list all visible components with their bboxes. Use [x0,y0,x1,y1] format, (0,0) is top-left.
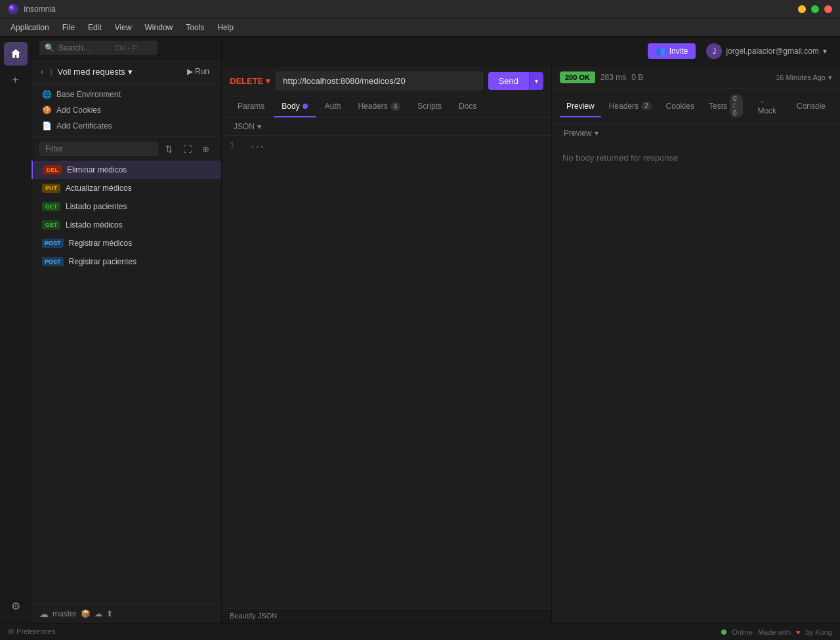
user-info[interactable]: J jorgel.palacior@gmail.com ▾ [701,41,832,62]
request-item-listado-pacientes[interactable]: GET Listado pacientes [32,197,221,216]
collapse-sidebar-button[interactable]: ‹ [39,65,45,78]
user-email: jorgel.palacior@gmail.com [726,47,819,56]
response-tab-headers[interactable]: Headers 2 [602,96,658,117]
preferences-button[interactable]: ⚙ Preferences [8,628,55,636]
maximize-button[interactable]: □ [811,5,819,13]
menu-view[interactable]: View [110,21,137,34]
response-timestamp[interactable]: 16 Minutes Ago ▾ [776,73,832,82]
main-area: + ⚙ 🔍 Ctrl + P ‹ | [0,37,840,623]
tab-body[interactable]: Body [274,96,315,117]
body-active-dot [303,104,308,109]
line-number-1: 1 [230,141,245,150]
tab-cookies-label: Cookies [666,102,694,111]
request-item-registrar-pacientes[interactable]: POST Registrar pacientes [32,252,221,271]
collection-title[interactable]: Voll med requests ▾ [58,67,178,77]
sidebar-layout: 🔍 Ctrl + P ‹ | Voll med requests ▾ ▶ Run… [32,37,840,623]
menu-tools[interactable]: Tools [180,21,209,34]
tab-response-headers-label: Headers [609,102,639,111]
send-button-group: Send ▾ [488,72,543,90]
collection-chevron-icon: ▾ [128,67,133,77]
cloud-icon: ☁ [39,609,49,619]
request-label: Registrar pacientes [69,257,136,266]
format-selector[interactable]: JSON ▾ [230,121,265,132]
get-badge: GET [42,202,60,211]
home-button[interactable] [4,42,28,66]
sort-icon: ⇅ [165,144,173,154]
search-bar[interactable]: 🔍 Ctrl + P [39,41,158,55]
tab-scripts[interactable]: Scripts [410,96,450,117]
request-item-listado-medicos[interactable]: GET Listado médicos [32,216,221,234]
response-tab-preview[interactable]: Preview [560,96,601,117]
status-badge: 200 OK [560,71,595,83]
tab-docs[interactable]: Docs [451,96,484,117]
invite-button[interactable]: 👥 Invite [648,43,696,59]
expand-button[interactable]: ⛶ [179,141,195,157]
sort-button[interactable]: ⇅ [161,141,177,157]
menu-window[interactable]: Window [140,21,178,34]
editor-content[interactable]: 1 ... [222,136,551,608]
run-button[interactable]: ▶ Run [183,65,213,78]
users-icon: 👥 [656,47,665,56]
response-header: 200 OK 283 ms 0 B 16 Minutes Ago ▾ [552,66,840,89]
app-icon [8,4,18,14]
invite-label: Invite [669,47,688,56]
minimize-button[interactable]: − [798,5,806,13]
add-request-button[interactable]: ⊕ [198,141,213,157]
url-input[interactable] [276,71,482,90]
request-label: Eliminar médicos [67,165,127,174]
menu-application[interactable]: Application [5,21,54,34]
close-button[interactable]: × [824,5,832,13]
request-item-eliminar-medicos[interactable]: DEL Eliminar médicos [32,161,221,179]
beautify-button[interactable]: Beautify JSON [230,612,277,620]
request-label: Actualizar médicos [66,184,132,193]
add-cookies-item[interactable]: 🍪 Add Cookies [32,102,221,118]
tab-headers[interactable]: Headers 4 [350,96,408,117]
response-tab-tests[interactable]: Tests 0 / 0 [702,89,749,124]
user-chevron-icon: ▾ [823,47,827,56]
add-button[interactable]: + [4,68,28,92]
response-tab-mock[interactable]: → Mock [751,92,789,122]
preview-mode-button[interactable]: Preview ▾ [560,127,602,139]
request-item-registrar-medicos[interactable]: POST Registrar médicos [32,234,221,252]
environment-section: 🌐 Base Environment 🍪 Add Cookies 📄 Add C… [32,84,221,137]
headers-count-badge: 4 [390,102,401,111]
send-button[interactable]: Send [488,72,529,90]
search-input[interactable] [58,43,111,52]
preferences-icon-button[interactable]: ⚙ [4,594,28,618]
request-item-actualizar-medicos[interactable]: PUT Actualizar médicos [32,179,221,197]
content-area: 👥 Invite J jorgel.palacior@gmail.com ▾ D… [222,37,840,623]
tab-body-label: Body [282,102,299,111]
add-certificates-item[interactable]: 📄 Add Certificates [32,118,221,134]
response-time: 283 ms [600,73,626,82]
response-headers-count-badge: 2 [641,102,652,110]
menu-edit[interactable]: Edit [83,21,107,34]
method-chevron-icon: ▾ [266,76,270,86]
request-tabs: Params Body Auth Headers 4 [222,96,551,118]
put-badge: PUT [42,184,60,193]
status-text: OK [579,73,590,81]
post-badge: POST [42,257,64,266]
tab-params[interactable]: Params [230,96,272,117]
del-badge: DEL [43,165,62,174]
send-dropdown-button[interactable]: ▾ [529,72,543,90]
tab-scripts-label: Scripts [417,102,442,111]
base-environment-item[interactable]: 🌐 Base Environment [32,87,221,102]
filter-input[interactable] [39,142,158,156]
response-size: 0 B [631,73,643,82]
timestamp-chevron-icon: ▾ [828,73,832,82]
response-tab-console[interactable]: Console [790,96,832,117]
tab-auth[interactable]: Auth [317,96,349,117]
response-tab-cookies[interactable]: Cookies [660,96,701,117]
branch-label: master [52,609,77,618]
menu-help[interactable]: Help [212,21,239,34]
timestamp-label: 16 Minutes Ago [776,73,826,81]
method-selector[interactable]: DELETE ▾ [230,76,270,86]
add-cookies-label: Add Cookies [56,106,101,115]
titlebar: Insomnia − □ × [0,0,840,18]
tab-tests-label: Tests [709,102,727,111]
filter-row: ⇅ ⛶ ⊕ [32,137,221,161]
preview-chevron-icon: ▾ [595,129,598,138]
search-icon: 🔍 [45,43,54,52]
menu-file[interactable]: File [57,21,80,34]
status-bar-right: Online Made with ♥ by Kong [721,628,832,636]
